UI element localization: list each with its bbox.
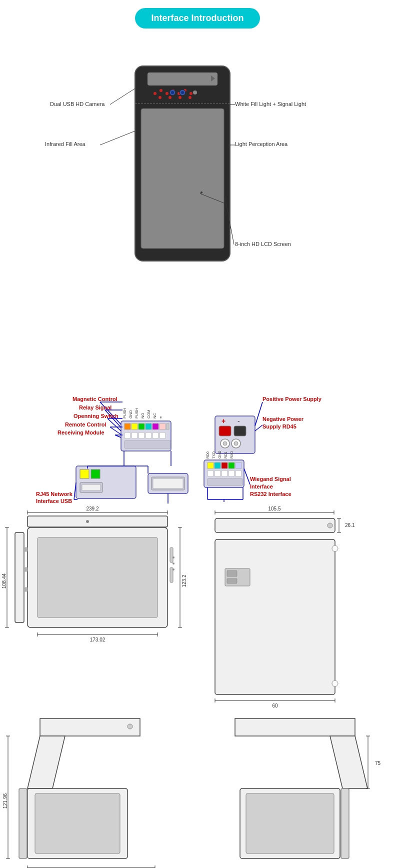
dim-60-label: 60 xyxy=(272,703,278,708)
mount-views-section: 121.96 245.48 75 xyxy=(0,708,395,868)
relay-signal-label: Relay Signal xyxy=(79,404,112,410)
svg-point-115 xyxy=(86,520,89,523)
svg-rect-1 xyxy=(148,72,218,86)
svg-text:-: - xyxy=(238,417,240,425)
svg-rect-93 xyxy=(214,462,220,468)
opening-switch-label: Openning Switch xyxy=(74,413,118,419)
svg-rect-37 xyxy=(124,424,130,430)
svg-rect-44 xyxy=(124,432,130,438)
infrared-label: Infrared Fill Area xyxy=(45,141,86,147)
dimensions-svg: 239.2 108.44 123.2 173.02 105.5 xyxy=(0,504,395,708)
svg-point-152 xyxy=(332,680,338,686)
svg-rect-102 xyxy=(208,478,242,486)
svg-rect-96 xyxy=(236,462,242,468)
dim-123-label: 123.2 xyxy=(182,574,187,587)
supply-rd45-label: Supply RD45 xyxy=(262,424,296,430)
svg-line-103 xyxy=(244,468,250,484)
dim-108-label: 108.44 xyxy=(2,573,7,588)
svg-rect-42 xyxy=(160,424,166,430)
svg-text:PUSH: PUSH xyxy=(122,408,127,418)
svg-text:GND: GND xyxy=(128,410,133,418)
negative-power-label: Negative Power xyxy=(262,416,304,422)
svg-rect-49 xyxy=(160,432,166,438)
svg-point-18 xyxy=(193,90,197,94)
lcd-screen-label: 8-inch HD LCD Screen xyxy=(235,241,291,247)
svg-point-22 xyxy=(200,192,202,194)
device-front-section: Dual USB HD Camera White Fill Light + Si… xyxy=(0,38,395,308)
svg-rect-125 xyxy=(25,568,28,572)
svg-rect-38 xyxy=(132,424,138,430)
dim-75-label: 75 xyxy=(375,760,381,766)
svg-rect-157 xyxy=(35,794,120,854)
svg-point-122 xyxy=(172,562,174,564)
svg-rect-94 xyxy=(222,462,228,468)
svg-rect-98 xyxy=(214,470,220,476)
svg-line-23 xyxy=(110,88,135,104)
svg-point-3 xyxy=(154,92,156,95)
svg-point-9 xyxy=(190,92,192,95)
svg-rect-41 xyxy=(152,424,158,430)
svg-point-4 xyxy=(160,89,162,92)
svg-point-11 xyxy=(168,96,172,99)
svg-rect-97 xyxy=(208,470,214,476)
svg-rect-172 xyxy=(246,794,334,854)
svg-text:RD0: RD0 xyxy=(206,452,210,458)
svg-rect-173 xyxy=(341,788,349,858)
white-fill-label: White Fill Light + Signal Light xyxy=(235,101,306,107)
svg-line-71 xyxy=(255,425,262,431)
svg-rect-43 xyxy=(166,424,169,430)
svg-text:RXD: RXD xyxy=(230,451,234,458)
svg-point-13 xyxy=(188,96,192,99)
svg-line-70 xyxy=(255,402,262,426)
svg-rect-119 xyxy=(170,548,173,562)
svg-point-69 xyxy=(234,442,238,446)
svg-rect-64 xyxy=(219,426,231,436)
svg-point-16 xyxy=(171,91,174,94)
magnetic-control-label: Magnetic Control xyxy=(72,396,118,402)
svg-rect-76 xyxy=(82,484,100,490)
svg-rect-118 xyxy=(38,538,158,618)
wiegand2-label: Interface xyxy=(250,484,273,490)
svg-text:GND: GND xyxy=(218,450,222,458)
svg-rect-65 xyxy=(234,426,246,436)
page-header: Interface Introduction xyxy=(0,0,395,38)
svg-rect-73 xyxy=(80,470,89,478)
interface-svg: PUSH PUSH GND PUSH NO COM NC ≡ xyxy=(0,318,395,504)
svg-rect-39 xyxy=(138,424,144,430)
svg-rect-124 xyxy=(25,548,28,552)
svg-text:NC: NC xyxy=(152,413,157,418)
svg-rect-150 xyxy=(227,578,237,584)
svg-rect-99 xyxy=(222,470,228,476)
svg-rect-101 xyxy=(236,470,242,476)
svg-point-12 xyxy=(178,96,182,99)
svg-rect-50 xyxy=(124,440,170,448)
dim-173-label: 173.02 xyxy=(90,637,106,642)
svg-rect-40 xyxy=(146,424,152,430)
svg-rect-158 xyxy=(19,788,27,858)
dim-105-label: 105.5 xyxy=(268,506,280,512)
svg-rect-46 xyxy=(138,432,144,438)
svg-point-5 xyxy=(166,92,168,95)
dim-239-label: 239.2 xyxy=(86,506,98,512)
svg-rect-47 xyxy=(146,432,152,438)
dual-camera-label: Dual USB HD Camera xyxy=(50,101,105,107)
svg-point-140 xyxy=(328,523,332,528)
svg-rect-74 xyxy=(91,470,100,478)
wiegand-label: Wiegand Signal xyxy=(250,476,291,482)
svg-text:COM: COM xyxy=(146,410,151,419)
svg-point-159 xyxy=(128,724,132,729)
dim-26-label: 26.1 xyxy=(345,522,355,528)
svg-text:PUSH: PUSH xyxy=(134,408,139,418)
rj45-label: RJ45 Network xyxy=(36,491,73,497)
interface-diagram-section: PUSH PUSH GND PUSH NO COM NC ≡ xyxy=(0,318,395,498)
svg-text:≡: ≡ xyxy=(158,416,163,418)
svg-rect-126 xyxy=(25,588,28,592)
svg-line-57 xyxy=(110,427,121,434)
dim-121-label: 121.96 xyxy=(2,793,8,808)
svg-point-123 xyxy=(172,568,174,570)
svg-text:+: + xyxy=(222,417,226,425)
svg-rect-147 xyxy=(215,540,335,694)
svg-rect-48 xyxy=(152,432,158,438)
page-title: Interface Introduction xyxy=(135,8,260,28)
svg-text:RD1: RD1 xyxy=(224,452,228,458)
